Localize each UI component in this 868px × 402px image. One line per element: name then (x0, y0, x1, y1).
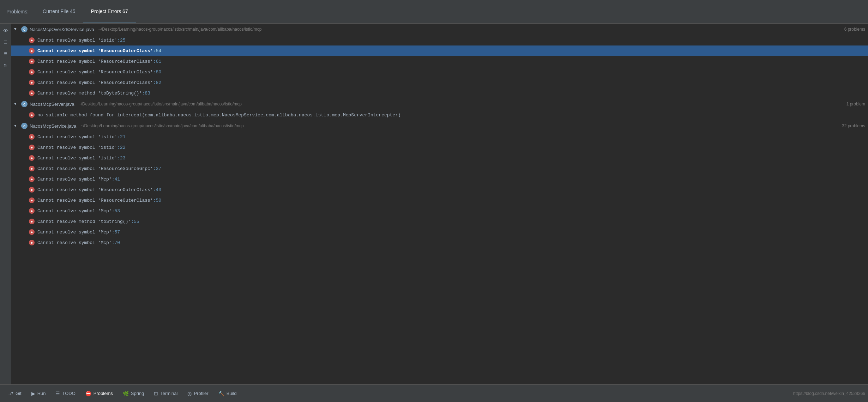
file-name: NacosMcpServer.java (30, 102, 74, 107)
profiler-icon: ◎ (187, 391, 192, 396)
error-line: :57 (112, 230, 120, 235)
error-icon: ● (29, 134, 35, 140)
file-group[interactable]: ▼ c NacosMcpServer.java ~/Desktop/Learni… (11, 98, 868, 110)
run-icon: ▶ (31, 391, 35, 396)
error-icon: ● (29, 197, 35, 203)
status-bar: ⎇ Git ▶ Run ☰ TODO ⛔ Problems 🌿 Spring ⊡… (0, 384, 868, 402)
error-icon: ● (29, 208, 35, 214)
error-icon: ● (29, 240, 35, 245)
file-path: ~/Desktop/Learning/nacos-group/nacos/ist… (78, 102, 242, 106)
problems-label: Problems: (0, 0, 35, 23)
error-message: Cannot resolve symbol 'Mcp' (37, 177, 112, 182)
error-line: :61 (153, 59, 161, 64)
error-row[interactable]: ●Cannot resolve method 'toString()' :55 (11, 216, 868, 227)
error-line: :25 (117, 38, 125, 43)
build-status-item[interactable]: 🔨 Build (213, 385, 242, 402)
error-message: Cannot resolve symbol 'ResourceOuterClas… (37, 198, 153, 203)
error-icon: ● (29, 155, 35, 161)
error-row[interactable]: ●Cannot resolve symbol 'istio' :21 (11, 132, 868, 142)
chevron-icon: ▼ (14, 124, 20, 128)
error-icon: ● (29, 48, 35, 54)
error-message: Cannot resolve method 'toString()' (37, 219, 131, 224)
error-message: Cannot resolve symbol 'istio' (37, 145, 117, 150)
error-icon: ● (29, 90, 35, 96)
error-icon: ● (29, 145, 35, 150)
error-row[interactable]: ●Cannot resolve symbol 'istio' :23 (11, 153, 868, 163)
file-path: ~/Desktop/Learning/nacos-group/nacos/ist… (80, 123, 244, 128)
sidebar: 👁 □ ≡ ⇅ (0, 24, 11, 384)
sort-icon[interactable]: ⇅ (1, 60, 10, 69)
error-message: Cannot resolve symbol 'ResourceSourceGrp… (37, 166, 153, 171)
file-name: NacosMcpService.java (30, 123, 76, 129)
error-message: Cannot resolve symbol 'ResourceOuterClas… (37, 59, 153, 64)
filter-icon[interactable]: ≡ (1, 49, 10, 58)
error-line: :22 (117, 145, 125, 150)
error-message: no suitable method found for intercept(c… (37, 112, 401, 118)
error-message: Cannot resolve symbol 'Mcp' (37, 240, 112, 245)
terminal-icon: ⊡ (154, 391, 158, 396)
error-icon: ● (29, 219, 35, 224)
terminal-status-item[interactable]: ⊡ Terminal (149, 385, 182, 402)
problem-count: 1 problem (846, 102, 865, 106)
error-line: :80 (153, 69, 161, 75)
error-row[interactable]: ●Cannot resolve symbol 'ResourceOuterCla… (11, 184, 868, 195)
error-row[interactable]: ●Cannot resolve symbol 'ResourceOuterCla… (11, 77, 868, 88)
error-row[interactable]: ●no suitable method found for intercept(… (11, 110, 868, 120)
error-message: Cannot resolve symbol 'ResourceOuterClas… (37, 69, 153, 75)
profiler-status-item[interactable]: ◎ Profiler (182, 385, 213, 402)
error-line: :41 (112, 177, 120, 182)
spring-icon: 🌿 (123, 391, 129, 396)
run-status-item[interactable]: ▶ Run (26, 385, 51, 402)
git-icon: ⎇ (8, 391, 13, 396)
square-icon[interactable]: □ (1, 38, 10, 47)
error-row[interactable]: ●Cannot resolve symbol 'Mcp' :53 (11, 206, 868, 216)
chevron-icon: ▼ (14, 27, 20, 31)
problems-list[interactable]: ▼ c NacosMcpOverXdsService.java ~/Deskto… (11, 24, 868, 384)
git-status-item[interactable]: ⎇ Git (3, 385, 26, 402)
error-line: :50 (153, 198, 161, 203)
tab-bar: Problems: Current File 45 Project Errors… (0, 0, 868, 24)
error-row[interactable]: ●Cannot resolve symbol 'ResourceOuterCla… (11, 195, 868, 206)
error-row[interactable]: ●Cannot resolve symbol 'Mcp' :70 (11, 237, 868, 248)
error-message: Cannot resolve symbol 'istio' (37, 38, 117, 43)
error-line: :70 (112, 240, 120, 245)
error-row[interactable]: ●Cannot resolve symbol 'ResourceOuterCla… (11, 56, 868, 67)
problem-count: 6 problems (844, 27, 865, 32)
file-group[interactable]: ▼ c NacosMcpOverXdsService.java ~/Deskto… (11, 24, 868, 35)
error-row[interactable]: ●Cannot resolve symbol 'Mcp' :41 (11, 174, 868, 184)
error-row[interactable]: ●Cannot resolve symbol 'istio' :22 (11, 142, 868, 153)
main-content: 👁 □ ≡ ⇅ ▼ c NacosMcpOverXdsService.java … (0, 24, 868, 384)
error-row[interactable]: ●Cannot resolve symbol 'ResourceOuterCla… (11, 67, 868, 77)
error-line: :55 (131, 219, 139, 224)
error-icon: ● (29, 80, 35, 85)
error-line: :37 (153, 166, 161, 171)
error-row[interactable]: ●Cannot resolve symbol 'ResourceOuterCla… (11, 45, 868, 56)
error-message: Cannot resolve symbol 'ResourceOuterClas… (37, 80, 153, 85)
file-name: NacosMcpOverXdsService.java (30, 27, 94, 32)
error-icon: ● (29, 176, 35, 182)
error-line: :54 (153, 48, 161, 54)
error-line: :43 (153, 187, 161, 193)
build-icon: 🔨 (218, 391, 224, 396)
error-icon: ● (29, 229, 35, 235)
error-message: Cannot resolve symbol 'ResourceOuterClas… (37, 48, 153, 54)
error-line: :82 (153, 80, 161, 85)
problems-icon: ⛔ (85, 391, 91, 396)
error-row[interactable]: ●Cannot resolve method 'toByteString()' … (11, 88, 868, 98)
todo-status-item[interactable]: ☰ TODO (50, 385, 80, 402)
tab-current-file[interactable]: Current File 45 (35, 0, 83, 23)
error-row[interactable]: ●Cannot resolve symbol 'ResourceSourceGr… (11, 163, 868, 174)
error-line: :53 (112, 208, 120, 214)
error-icon: ● (29, 59, 35, 64)
spring-status-item[interactable]: 🌿 Spring (118, 385, 149, 402)
class-icon: c (21, 101, 28, 107)
eye-icon[interactable]: 👁 (1, 26, 10, 36)
file-group[interactable]: ▼ c NacosMcpService.java ~/Desktop/Learn… (11, 120, 868, 132)
tab-project-errors[interactable]: Project Errors 67 (83, 0, 136, 23)
problems-status-item[interactable]: ⛔ Problems (80, 385, 118, 402)
error-row[interactable]: ●Cannot resolve symbol 'Mcp' :57 (11, 227, 868, 237)
error-row[interactable]: ●Cannot resolve symbol 'istio' :25 (11, 35, 868, 45)
error-icon: ● (29, 112, 35, 118)
todo-icon: ☰ (55, 391, 60, 396)
class-icon: c (21, 123, 28, 129)
